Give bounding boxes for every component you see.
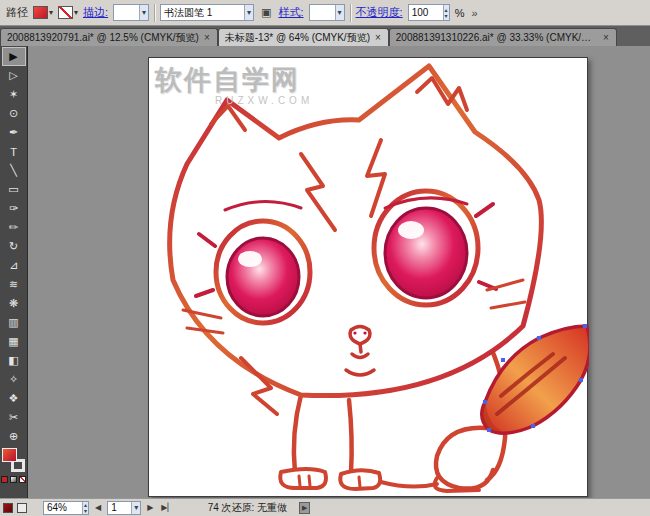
tab-label: 2008813920791.ai* @ 12.5% (CMYK/预览) (7, 31, 199, 45)
main-area: ▶▷✶⊙✒T╲▭✑✏↻⊿≋❋▥▦◧✧❖✂⊕ (0, 46, 650, 498)
separator (350, 4, 351, 22)
mesh-tool[interactable]: ▦ (2, 332, 26, 351)
zoom-tool[interactable]: ⊕ (2, 427, 26, 446)
brush-options-icon[interactable]: ▣ (259, 6, 273, 19)
brush-value: 书法圆笔 1 (164, 6, 212, 20)
status-expand-button[interactable]: ▶ (299, 502, 310, 514)
document-tab-3[interactable]: 200881391310226.ai* @ 33.33% (CMYK/预览)× (389, 28, 617, 46)
chevron-down-icon: ▾ (335, 5, 344, 20)
tools-column: ▶▷✶⊙✒T╲▭✑✏↻⊿≋❋▥▦◧✧❖✂⊕ (2, 47, 26, 446)
stroke-none-icon (58, 6, 73, 19)
tab-label: 未标题-13* @ 64% (CMYK/预览) (225, 31, 370, 45)
warp-tool[interactable]: ≋ (2, 275, 26, 294)
mini-fill-swatch[interactable] (3, 503, 13, 513)
tab-close-icon[interactable]: × (374, 32, 382, 43)
scissors-tool[interactable]: ✂ (2, 408, 26, 427)
artboard-number: 1 (111, 502, 117, 513)
document-tab-1[interactable]: 2008813920791.ai* @ 12.5% (CMYK/预览)× (0, 28, 218, 46)
color-mode-buttons (1, 476, 26, 483)
chevron-down-icon: ▾ (139, 5, 148, 20)
style-link[interactable]: 样式: (279, 5, 304, 20)
last-artboard-button[interactable]: ▶▏ (159, 503, 175, 512)
fill-stroke-indicator[interactable] (2, 448, 26, 472)
document-tab-2[interactable]: 未标题-13* @ 64% (CMYK/预览)× (218, 28, 389, 46)
artboard-number-combo[interactable]: 1 ▾ (107, 501, 141, 515)
color-button[interactable] (1, 476, 8, 483)
selection-tool[interactable]: ▶ (2, 47, 26, 66)
stroke-link[interactable]: 描边: (83, 5, 108, 20)
direct-selection-tool[interactable]: ▷ (2, 66, 26, 85)
prev-artboard-button[interactable]: ◀ (93, 503, 103, 512)
line-tool[interactable]: ╲ (2, 161, 26, 180)
zoom-combo[interactable]: 64% ▴▾ (43, 501, 89, 515)
scale-tool[interactable]: ⊿ (2, 256, 26, 275)
symbol-sprayer-tool[interactable]: ❋ (2, 294, 26, 313)
status-bar: 64% ▴▾ ◀ 1 ▾ ▶ ▶▏ 74 次还原: 无重做 ▶ (0, 498, 650, 516)
opacity-value: 100 (412, 7, 429, 18)
none-button[interactable] (19, 476, 26, 483)
chevron-down-icon: ▾ (244, 5, 253, 20)
stroke-color-swatch[interactable]: ▾ (58, 6, 78, 19)
rectangle-tool[interactable]: ▭ (2, 180, 26, 199)
tools-panel: ▶▷✶⊙✒T╲▭✑✏↻⊿≋❋▥▦◧✧❖✂⊕ (0, 46, 28, 498)
mini-stroke-swatch[interactable] (17, 503, 27, 513)
brush-combo[interactable]: 书法圆笔 1 ▾ (160, 4, 254, 21)
fill-color-swatch[interactable]: ▾ (33, 6, 53, 19)
type-tool[interactable]: T (2, 142, 26, 161)
paintbrush-tool[interactable]: ✑ (2, 199, 26, 218)
lasso-tool[interactable]: ⊙ (2, 104, 26, 123)
opacity-input[interactable]: 100 ▴▾ (408, 4, 450, 21)
chevron-down-icon: ▾ (49, 8, 53, 17)
gradient-button[interactable] (10, 476, 17, 483)
tab-label: 200881391310226.ai* @ 33.33% (CMYK/预览) (396, 31, 598, 45)
blend-tool[interactable]: ❖ (2, 389, 26, 408)
separator (154, 4, 155, 22)
artboard[interactable]: 软件自学网 RUZXW.COM (148, 57, 588, 497)
illustrator-window: 路径 ▾ ▾ 描边: ▾ 书法圆笔 1 ▾ ▣ 样式: ▾ 不透明度: 100 … (0, 0, 650, 516)
gradient-tool[interactable]: ◧ (2, 351, 26, 370)
rotate-tool[interactable]: ↻ (2, 237, 26, 256)
tab-bar: 2008813920791.ai* @ 12.5% (CMYK/预览)×未标题-… (0, 26, 650, 46)
opacity-unit: % (455, 7, 465, 19)
tab-close-icon[interactable]: × (602, 32, 610, 43)
style-combo[interactable]: ▾ (309, 4, 345, 21)
pencil-tool[interactable]: ✏ (2, 218, 26, 237)
spinner-arrows-icon[interactable]: ▴▾ (443, 5, 449, 20)
overflow-chevron-icon[interactable]: » (469, 7, 479, 19)
chevron-down-icon: ▾ (131, 502, 140, 514)
zoom-value: 64% (47, 502, 67, 513)
magic-wand-tool[interactable]: ✶ (2, 85, 26, 104)
path-label: 路径 (6, 5, 28, 20)
stroke-weight-combo[interactable]: ▾ (113, 4, 149, 21)
graph-tool[interactable]: ▥ (2, 313, 26, 332)
canvas-area[interactable]: 软件自学网 RUZXW.COM (28, 46, 650, 498)
cat-artwork[interactable] (149, 58, 589, 498)
eyedropper-tool[interactable]: ✧ (2, 370, 26, 389)
pen-tool[interactable]: ✒ (2, 123, 26, 142)
fill-color-icon (33, 6, 48, 19)
control-bar: 路径 ▾ ▾ 描边: ▾ 书法圆笔 1 ▾ ▣ 样式: ▾ 不透明度: 100 … (0, 0, 650, 26)
opacity-link[interactable]: 不透明度: (356, 5, 403, 20)
next-artboard-button[interactable]: ▶ (145, 503, 155, 512)
fill-indicator-icon (2, 448, 17, 462)
chevron-down-icon: ▾ (74, 8, 78, 17)
spinner-arrows-icon[interactable]: ▴▾ (82, 502, 88, 514)
tab-close-icon[interactable]: × (203, 32, 211, 43)
undo-status: 74 次还原: 无重做 (208, 501, 287, 515)
